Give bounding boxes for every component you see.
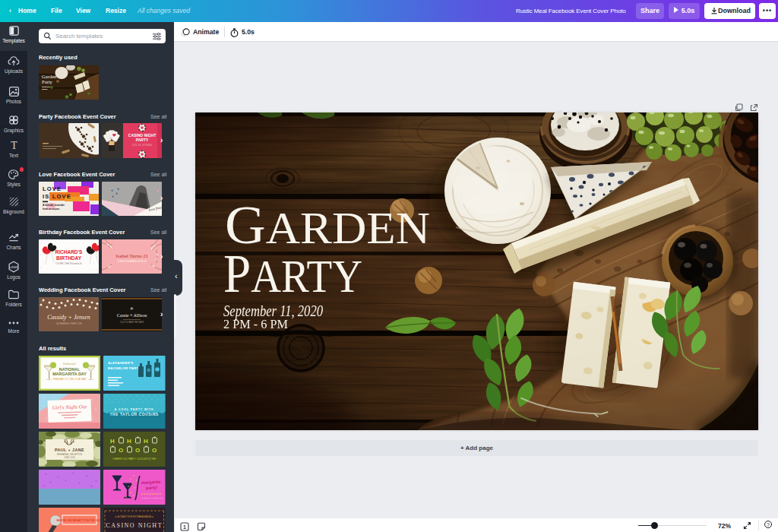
- svg-text:THE TAYLOR COUSINS: THE TAYLOR COUSINS: [110, 412, 159, 416]
- svg-text:Isabel Turns 21: Isabel Turns 21: [115, 253, 148, 258]
- svg-text:★ A CRAZY FUN EXTRAVAGANZA: ★ A CRAZY FUN EXTRAVAGANZA ★: [115, 515, 154, 518]
- svg-text:2 PM - 6 PM: 2 PM - 6 PM: [223, 318, 288, 331]
- svg-text:REHEARSAL | RECEPTION: REHEARSAL | RECEPTION: [57, 453, 82, 456]
- svg-text:Girl's Night Out: Girl's Night Out: [52, 404, 88, 411]
- svg-text:H: H: [127, 438, 131, 445]
- svg-text:party!: party!: [146, 485, 158, 490]
- svg-text:JUNE | 2020: JUNE | 2020: [64, 456, 75, 459]
- svg-text:GARDEN: GARDEN: [225, 195, 430, 255]
- svg-text:CELEBRATING THEIR LOVE: CELEBRATING THEIR LOVE: [55, 322, 81, 325]
- svg-text:O: O: [135, 447, 140, 454]
- svg-text:O: O: [119, 447, 123, 454]
- svg-text:10.07.20 SAVE THE DATE: 10.07.20 SAVE THE DATE: [120, 321, 144, 324]
- svg-text:ALEXANDER'S: ALEXANDER'S: [108, 361, 134, 365]
- svg-text:A friendly reminder: A friendly reminder: [43, 204, 65, 207]
- svg-text:A COOL PARTY WITH: A COOL PARTY WITH: [115, 408, 154, 411]
- svg-text:BIRTHDAY: BIRTHDAY: [56, 255, 82, 261]
- svg-text:1: 1: [183, 524, 186, 530]
- svg-text:Cassie + Allison: Cassie + Allison: [117, 313, 147, 318]
- svg-text:Cassidy + Jensen: Cassidy + Jensen: [47, 314, 90, 321]
- svg-text:FEBRUARY 22 | THE LOCAL BAR: FEBRUARY 22 | THE LOCAL BAR: [53, 378, 86, 381]
- svg-text:T: T: [11, 140, 17, 151]
- svg-text:PARTY: PARTY: [136, 138, 149, 142]
- svg-text:MARGARITA DAY: MARGARITA DAY: [52, 372, 87, 376]
- svg-text:Garden: Garden: [42, 74, 57, 79]
- svg-text:LOVE: LOVE: [43, 185, 62, 192]
- svg-text:IS LOVE: IS LOVE: [43, 193, 71, 200]
- svg-text:THE BEACH HOUSE 7PM: THE BEACH HOUSE 7PM: [141, 497, 163, 499]
- svg-text:NATIONAL: NATIONAL: [59, 367, 81, 372]
- svg-text:• CHEERS! JULY PARTY • 14.12.2: • CHEERS! JULY PARTY • 14.12.2019 @ THE …: [112, 458, 157, 461]
- svg-text:CASINO NIGHT: CASINO NIGHT: [106, 522, 163, 529]
- svg-text:Party: Party: [42, 79, 53, 84]
- svg-text:Celebrate!: Celebrate!: [63, 362, 77, 366]
- svg-text:7.00 PM | THE Wilcombe St.: 7.00 PM | THE Wilcombe St.: [55, 262, 83, 265]
- svg-text:O: O: [152, 447, 157, 454]
- svg-text:LOGO: LOGO: [9, 265, 18, 269]
- svg-text:BACHELOR PARTY: BACHELOR PARTY: [108, 366, 141, 370]
- svg-text:SHOW US WHAT YOU'VE GOT: SHOW US WHAT YOU'VE GOT: [56, 518, 100, 522]
- svg-text:PAUL + JANE: PAUL + JANE: [55, 448, 84, 452]
- svg-text:1 2 3 . 4 5 . 6 7 8 9 0 0: 1 2 3 . 4 5 . 6 7 8 9 0 0: [132, 144, 153, 147]
- svg-text:COME CELEBRATE WITH US: COME CELEBRATE WITH US: [117, 260, 146, 263]
- svg-text:PARTY: PARTY: [223, 243, 362, 304]
- svg-text:✳: ✳: [130, 306, 134, 311]
- svg-text:H: H: [110, 438, 115, 445]
- svg-text:from us to you: from us to you: [43, 207, 59, 211]
- svg-text:RICHARD'S: RICHARD'S: [55, 249, 84, 255]
- svg-text:H: H: [144, 438, 148, 445]
